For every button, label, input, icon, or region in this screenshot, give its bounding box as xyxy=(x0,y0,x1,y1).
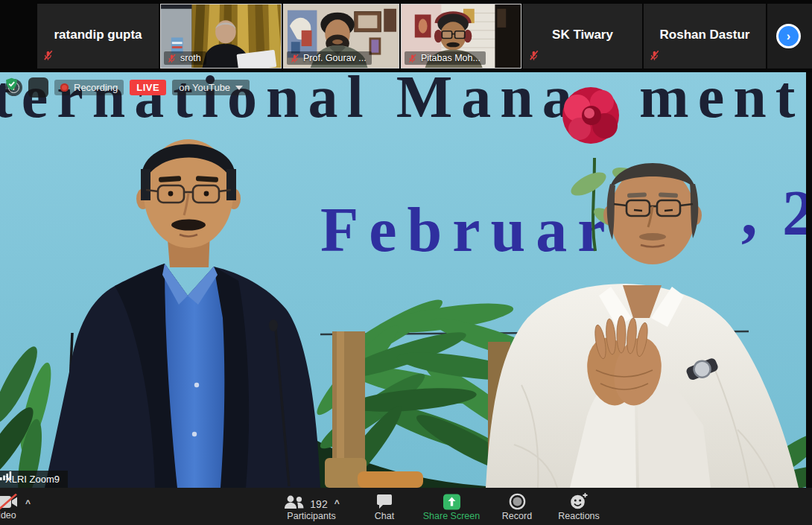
reactions-icon xyxy=(569,492,589,510)
zoom-meeting-window: ratandip gupta xyxy=(0,0,812,525)
muted-mic-icon xyxy=(407,54,417,63)
participant-tile-sroth[interactable]: sroth xyxy=(160,4,282,69)
muted-mic-icon xyxy=(649,50,660,64)
banner-line2-left: Februar xyxy=(320,195,616,264)
participant-name: SK Tiwary xyxy=(523,28,642,42)
stop-video-button[interactable]: ^ Video xyxy=(0,488,37,525)
muted-mic-icon xyxy=(167,54,177,63)
recording-label: Recording xyxy=(74,82,118,93)
share-screen-button[interactable]: Share Screen xyxy=(414,488,489,525)
watermark-label: XLRI Zoom9 xyxy=(5,474,60,485)
participant-tile-sk-tiwary[interactable]: SK Tiwary xyxy=(523,4,642,69)
video-edge xyxy=(806,72,812,488)
muted-mic-icon xyxy=(290,54,299,63)
participants-button-label: Participants xyxy=(287,511,335,521)
meeting-toolbar: ^ Video 192 ^ Participants xyxy=(0,488,812,525)
participant-name: Pitabas Moh... xyxy=(421,53,480,63)
stage-scene: ternational Mana ment Februar , 2 xyxy=(0,72,812,488)
chevron-right-icon: › xyxy=(787,30,790,43)
participant-name: sroth xyxy=(180,53,201,63)
main-speaker-video: ternational Mana ment Februar , 2 xyxy=(0,72,812,488)
record-icon xyxy=(509,493,526,510)
reactions-button-label: Reactions xyxy=(558,511,600,521)
participants-button[interactable]: 192 ^ Participants xyxy=(270,488,352,525)
video-camera-off-icon xyxy=(0,494,19,510)
participant-name: Roshan Dastur xyxy=(644,28,766,42)
signal-bars-icon xyxy=(0,471,12,480)
muted-mic-icon xyxy=(528,50,539,64)
record-button-label: Record xyxy=(502,511,532,521)
banner-line1-right: ment xyxy=(639,72,804,130)
chat-button-label: Chat xyxy=(375,511,394,521)
chat-button[interactable]: Chat xyxy=(362,488,407,525)
muted-mic-icon xyxy=(42,50,54,64)
live-destination-dropdown[interactable]: on YouTube xyxy=(172,80,250,95)
live-badge: LIVE xyxy=(130,80,166,95)
participant-tile-prof-gourav[interactable]: Prof. Gourav ... xyxy=(283,4,399,69)
banner-line2-right: , 2 xyxy=(741,177,812,249)
participant-tile-ratandip-gupta[interactable]: ratandip gupta xyxy=(37,4,159,69)
meeting-watermark: XLRI Zoom9 xyxy=(0,471,68,488)
participant-name: Prof. Gourav ... xyxy=(303,53,367,63)
next-participants-button[interactable]: › xyxy=(776,24,801,48)
chevron-down-icon xyxy=(235,86,243,90)
live-destination-label: on YouTube xyxy=(179,82,230,93)
participants-icon xyxy=(283,494,305,510)
participants-filmstrip: ratandip gupta xyxy=(0,0,812,72)
recording-indicator: Recording xyxy=(54,80,124,95)
security-shield-button[interactable] xyxy=(28,77,48,98)
participant-tile-pitabas[interactable]: Pitabas Moh... xyxy=(401,4,521,69)
participant-name: ratandip gupta xyxy=(37,28,159,42)
recording-dot-icon xyxy=(60,83,69,92)
meeting-status-overlay: i Recording LIVE on YouTube xyxy=(5,77,250,98)
shield-check-icon xyxy=(5,77,18,91)
share-screen-button-label: Share Screen xyxy=(423,511,480,521)
participants-count: 192 xyxy=(310,498,327,510)
share-screen-icon xyxy=(443,494,461,510)
chat-icon xyxy=(375,494,393,510)
chevron-up-icon[interactable]: ^ xyxy=(334,498,340,509)
video-button-label: Video xyxy=(0,510,16,521)
participant-tile-roshan-dastur[interactable]: Roshan Dastur xyxy=(644,4,766,69)
chevron-up-icon[interactable]: ^ xyxy=(25,498,31,509)
reactions-button[interactable]: Reactions xyxy=(548,488,609,525)
record-button[interactable]: Record xyxy=(491,488,543,525)
